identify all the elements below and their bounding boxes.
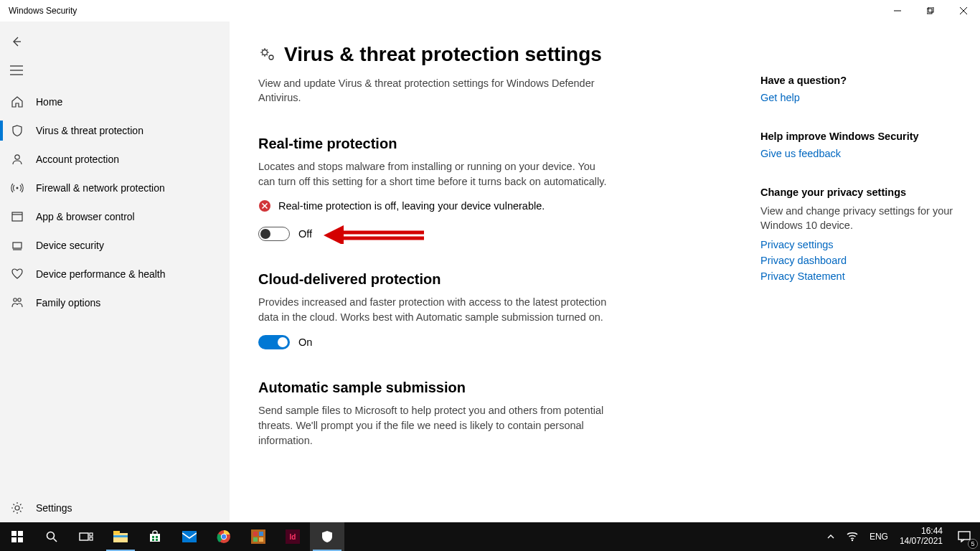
family-icon — [10, 296, 24, 310]
titlebar: Windows Security — [0, 0, 980, 22]
privacy-settings-link[interactable]: Privacy settings — [760, 239, 961, 250]
sidebar-item-label: Device performance & health — [36, 268, 166, 280]
chrome-taskbar-icon[interactable] — [207, 522, 241, 551]
realtime-warning-text: Real-time protection is off, leaving you… — [278, 200, 545, 212]
clock-time: 16:44 — [921, 527, 943, 537]
privacy-block: Change your privacy settings View and ch… — [760, 187, 961, 282]
mail-taskbar-icon[interactable] — [172, 522, 207, 551]
privacy-statement-link[interactable]: Privacy Statement — [760, 270, 961, 282]
taskview-button[interactable] — [69, 522, 103, 551]
svg-rect-2 — [928, 7, 933, 12]
cloud-heading: Cloud-delivered protection — [258, 271, 732, 288]
gears-icon — [258, 45, 277, 64]
svg-rect-53 — [958, 532, 970, 540]
svg-rect-48 — [253, 537, 258, 542]
svg-rect-31 — [90, 533, 93, 536]
section-autosample: Automatic sample submission Send sample … — [258, 380, 732, 448]
page-header: Virus & threat protection settings — [258, 43, 732, 66]
action-center-button[interactable]: 5 — [948, 522, 980, 551]
taskbar: Id ENG 16:44 14/07/2021 5 — [0, 522, 980, 551]
svg-rect-11 — [12, 212, 22, 221]
svg-point-19 — [269, 55, 273, 60]
page-title: Virus & threat protection settings — [284, 43, 602, 66]
privacy-dashboard-link[interactable]: Privacy dashboard — [760, 255, 961, 266]
cloud-toggle-label: On — [298, 336, 312, 348]
svg-point-52 — [852, 540, 853, 541]
realtime-toggle[interactable] — [258, 227, 290, 241]
svg-rect-34 — [113, 531, 120, 534]
sidebar-item-label: App & browser control — [36, 211, 135, 222]
privacy-desc: View and change privacy settings for you… — [760, 204, 961, 233]
svg-rect-36 — [150, 534, 160, 542]
tray-chevron[interactable] — [821, 522, 841, 551]
hamburger-button[interactable] — [0, 56, 230, 85]
language-indicator[interactable]: ENG — [864, 522, 894, 551]
page-subtitle: View and update Virus & threat protectio… — [258, 76, 610, 105]
sidebar-item-label: Family options — [36, 297, 100, 309]
get-help-link[interactable]: Get help — [760, 92, 961, 103]
sidebar-item-perf-health[interactable]: Device performance & health — [0, 260, 230, 288]
sidebar-item-virus[interactable]: Virus & threat protection — [0, 116, 230, 145]
clock[interactable]: 16:44 14/07/2021 — [894, 527, 948, 547]
sidebar: Home Virus & threat protection Account p… — [0, 22, 230, 522]
privacy-heading: Change your privacy settings — [760, 187, 961, 198]
content-area: Virus & threat protection settings View … — [230, 22, 980, 522]
start-button[interactable] — [0, 522, 34, 551]
svg-rect-35 — [113, 535, 128, 537]
question-heading: Have a question? — [760, 75, 961, 86]
sidebar-item-app-browser[interactable]: App & browser control — [0, 202, 230, 231]
sidebar-item-settings[interactable]: Settings — [0, 494, 230, 522]
svg-rect-38 — [156, 536, 158, 538]
sidebar-item-label: Virus & threat protection — [36, 125, 143, 136]
svg-rect-26 — [11, 537, 17, 542]
back-button[interactable] — [0, 27, 230, 56]
help-block: Have a question? Get help — [760, 75, 961, 103]
svg-point-44 — [222, 534, 226, 539]
notification-badge: 5 — [968, 539, 978, 549]
svg-rect-40 — [156, 539, 158, 541]
svg-rect-13 — [13, 242, 22, 248]
svg-point-18 — [263, 50, 268, 55]
minimize-button[interactable] — [881, 0, 914, 22]
wifi-icon[interactable] — [841, 522, 864, 551]
sidebar-item-firewall[interactable]: Firewall & network protection — [0, 174, 230, 202]
svg-rect-37 — [152, 536, 154, 538]
sidebar-item-home[interactable]: Home — [0, 88, 230, 116]
svg-line-29 — [54, 539, 57, 542]
explorer-taskbar-icon[interactable] — [103, 522, 138, 551]
window-title: Windows Security — [9, 6, 77, 16]
sidebar-item-label: Home — [36, 96, 62, 108]
indesign-taskbar-icon[interactable]: Id — [275, 522, 310, 551]
feedback-link[interactable]: Give us feedback — [760, 148, 961, 159]
maximize-button[interactable] — [914, 0, 947, 22]
realtime-toggle-label: Off — [298, 228, 312, 240]
main-column: Virus & threat protection settings View … — [258, 43, 732, 522]
clock-date: 14/07/2021 — [900, 537, 943, 547]
svg-rect-49 — [259, 537, 263, 542]
antenna-icon — [10, 181, 24, 195]
svg-rect-41 — [182, 531, 197, 542]
security-taskbar-icon[interactable] — [310, 522, 344, 551]
svg-rect-30 — [80, 533, 88, 540]
person-icon — [10, 152, 24, 166]
realtime-warning: Real-time protection is off, leaving you… — [258, 199, 732, 212]
svg-rect-39 — [152, 539, 154, 541]
improve-heading: Help improve Windows Security — [760, 131, 961, 142]
gear-icon — [10, 501, 24, 515]
cloud-toggle[interactable] — [258, 335, 290, 349]
search-button[interactable] — [34, 522, 69, 551]
realtime-toggle-row: Off — [258, 227, 732, 241]
sidebar-item-family[interactable]: Family options — [0, 288, 230, 317]
app1-taskbar-icon[interactable] — [241, 522, 275, 551]
sidebar-item-account[interactable]: Account protection — [0, 145, 230, 174]
sidebar-item-device-sec[interactable]: Device security — [0, 231, 230, 260]
language-text: ENG — [870, 532, 888, 542]
sidebar-item-label: Firewall & network protection — [36, 182, 165, 194]
realtime-heading: Real-time protection — [258, 136, 732, 152]
sidebar-item-label: Account protection — [36, 154, 119, 165]
cloud-desc: Provides increased and faster protection… — [258, 295, 610, 325]
svg-marker-23 — [324, 225, 344, 244]
store-taskbar-icon[interactable] — [138, 522, 172, 551]
svg-point-15 — [14, 298, 17, 301]
close-button[interactable] — [947, 0, 980, 22]
